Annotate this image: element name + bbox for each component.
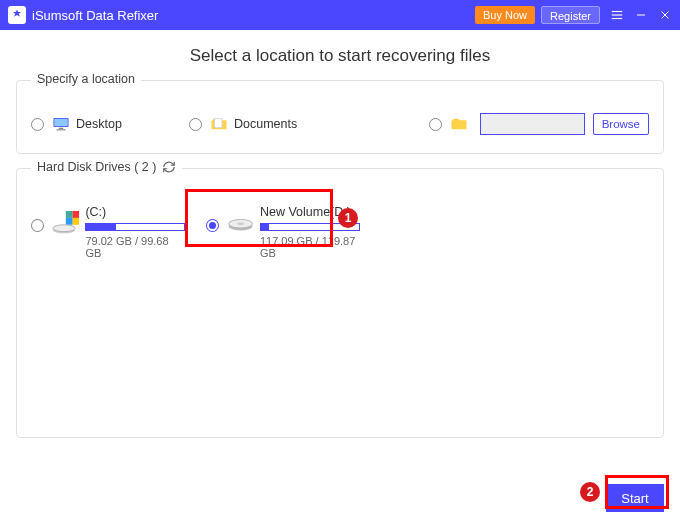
minimize-icon[interactable]: [634, 8, 648, 22]
drive-d-name: New Volume(D:): [260, 205, 371, 219]
drive-d-size: 117.09 GB / 119.87 GB: [260, 235, 371, 259]
app-logo-icon: [8, 6, 26, 24]
register-button[interactable]: Register: [541, 6, 600, 24]
svg-rect-9: [57, 129, 66, 130]
location-desktop[interactable]: Desktop: [31, 116, 181, 132]
hard-drives-title: Hard Disk Drives ( 2 ): [37, 160, 156, 174]
drive-c-name: (C:): [85, 205, 186, 219]
svg-rect-7: [54, 119, 68, 127]
specify-location-title: Specify a location: [31, 72, 141, 86]
location-browse[interactable]: Browse: [429, 113, 649, 135]
svg-rect-8: [59, 128, 64, 130]
hard-drives-panel: Hard Disk Drives ( 2 ) (C:): [16, 168, 664, 438]
drive-d[interactable]: New Volume(D:) 117.09 GB / 119.87 GB: [206, 205, 371, 259]
desktop-icon: [52, 116, 70, 132]
svg-rect-14: [73, 218, 80, 225]
drive-c-usage-bar: [85, 223, 185, 231]
location-documents[interactable]: Documents: [189, 116, 359, 132]
svg-rect-10: [215, 119, 223, 128]
radio-drive-d[interactable]: [206, 219, 219, 232]
radio-browse[interactable]: [429, 118, 442, 131]
drive-c-size: 79.02 GB / 99.68 GB: [85, 235, 186, 259]
titlebar: iSumsoft Data Refixer Buy Now Register: [0, 0, 680, 30]
buy-now-button[interactable]: Buy Now: [475, 6, 535, 24]
browse-path-input[interactable]: [480, 113, 585, 135]
drive-c[interactable]: (C:) 79.02 GB / 99.68 GB: [31, 205, 186, 259]
annotation-badge-2: 2: [580, 482, 600, 502]
desktop-label: Desktop: [76, 117, 122, 131]
radio-documents[interactable]: [189, 118, 202, 131]
drive-d-icon: [227, 211, 254, 235]
folder-icon: [450, 116, 468, 132]
specify-location-panel: Specify a location Desktop Documents Bro…: [16, 80, 664, 154]
drive-c-icon: [52, 211, 80, 235]
radio-drive-c[interactable]: [31, 219, 44, 232]
page-heading: Select a location to start recovering fi…: [16, 46, 664, 66]
svg-rect-12: [73, 211, 80, 218]
svg-rect-13: [66, 218, 73, 225]
svg-point-16: [53, 225, 75, 232]
documents-icon: [210, 116, 228, 132]
svg-point-19: [237, 222, 244, 225]
radio-desktop[interactable]: [31, 118, 44, 131]
drive-d-usage-bar: [260, 223, 360, 231]
close-icon[interactable]: [658, 8, 672, 22]
start-button[interactable]: Start: [606, 484, 664, 512]
svg-rect-11: [66, 211, 73, 218]
menu-icon[interactable]: [610, 8, 624, 22]
app-title: iSumsoft Data Refixer: [32, 8, 158, 23]
refresh-icon[interactable]: [162, 160, 176, 174]
browse-button[interactable]: Browse: [593, 113, 649, 135]
documents-label: Documents: [234, 117, 297, 131]
